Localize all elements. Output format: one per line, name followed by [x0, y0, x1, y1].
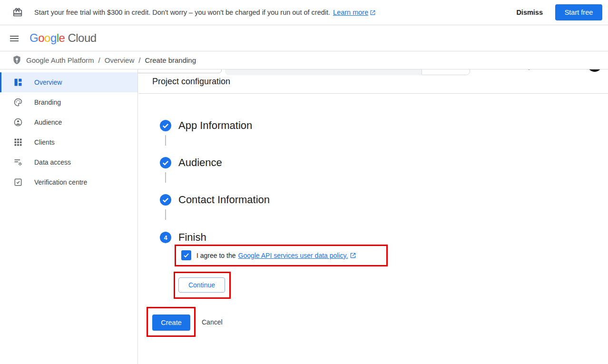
sidebar-item-label: Data access: [34, 158, 71, 166]
sidebar-item-label: Clients: [34, 138, 55, 146]
step-connector: [165, 172, 166, 183]
sidebar-item-audience[interactable]: Audience: [0, 112, 137, 132]
agreement-checkbox[interactable]: [181, 250, 191, 260]
sidebar-item-label: Verification centre: [34, 178, 87, 186]
sidebar-item-clients[interactable]: Clients: [0, 132, 137, 152]
gift-icon: [12, 7, 23, 18]
overview-icon: [13, 78, 23, 87]
sidebar-item-label: Branding: [34, 98, 61, 106]
page-title: Project configuration: [152, 77, 230, 87]
google-cloud-logo: Google Cloud: [29, 31, 97, 45]
apps-grid-icon: [13, 138, 23, 147]
app-header: Google Cloud Epic Fantasy Forge Test Sea…: [0, 25, 608, 51]
step-done-icon: [160, 157, 171, 168]
data-access-icon: [13, 157, 23, 167]
create-button[interactable]: Create: [152, 315, 190, 331]
continue-button[interactable]: Continue: [178, 277, 225, 293]
step-title-contact-information: Contact Information: [178, 194, 270, 206]
sidebar-item-data-access[interactable]: Data access: [0, 152, 137, 172]
start-free-button[interactable]: Start free: [555, 4, 602, 20]
policy-link[interactable]: Google API services user data policy.: [238, 252, 357, 259]
external-link-icon: [370, 10, 376, 16]
step-done-icon: [160, 194, 171, 206]
step-number-icon: 4: [160, 232, 171, 243]
sidebar-item-label: Overview: [34, 79, 62, 86]
sidebar-item-overview[interactable]: Overview: [0, 72, 137, 92]
breadcrumb-item-auth-platform[interactable]: Google Auth Platform: [26, 56, 94, 64]
external-link-icon: [350, 252, 356, 259]
agreement-row: I agree to the Google API services user …: [181, 250, 356, 260]
auth-platform-shield-icon: [12, 55, 21, 65]
step-title-audience: Audience: [178, 157, 222, 169]
step-title-app-information: App Information: [178, 119, 252, 132]
step-done-icon: [160, 120, 171, 131]
breadcrumb-separator: /: [138, 56, 140, 64]
verification-icon: [13, 177, 23, 187]
breadcrumb: Google Auth Platform / Overview / Create…: [0, 51, 608, 69]
sidebar-item-branding[interactable]: Branding: [0, 92, 137, 112]
logo-google: Google: [29, 31, 65, 45]
step-connector: [165, 209, 166, 220]
sidebar-item-label: Audience: [34, 118, 62, 126]
trial-message: Start your free trial with $300 in credi…: [34, 9, 330, 16]
person-icon: [13, 118, 23, 127]
breadcrumb-separator: /: [98, 56, 100, 64]
palette-icon: [13, 98, 23, 107]
breadcrumb-item-overview[interactable]: Overview: [105, 56, 135, 64]
dismiss-button[interactable]: Dismiss: [510, 5, 549, 20]
logo-cloud: Cloud: [68, 31, 96, 45]
step-title-finish: Finish: [178, 231, 206, 244]
cancel-button[interactable]: Cancel: [202, 318, 223, 326]
content-header: Project configuration: [138, 69, 608, 94]
sidebar-item-verification-centre[interactable]: Verification centre: [0, 172, 137, 192]
learn-more-link[interactable]: Learn more: [333, 9, 376, 16]
sidebar-nav: Overview Branding Audience Clients Data …: [0, 69, 138, 364]
breadcrumb-item-create-branding: Create branding: [145, 56, 196, 64]
agreement-text: I agree to the: [196, 252, 236, 259]
menu-icon[interactable]: [9, 33, 20, 44]
trial-banner: Start your free trial with $300 in credi…: [0, 0, 608, 25]
step-connector: [165, 135, 166, 146]
